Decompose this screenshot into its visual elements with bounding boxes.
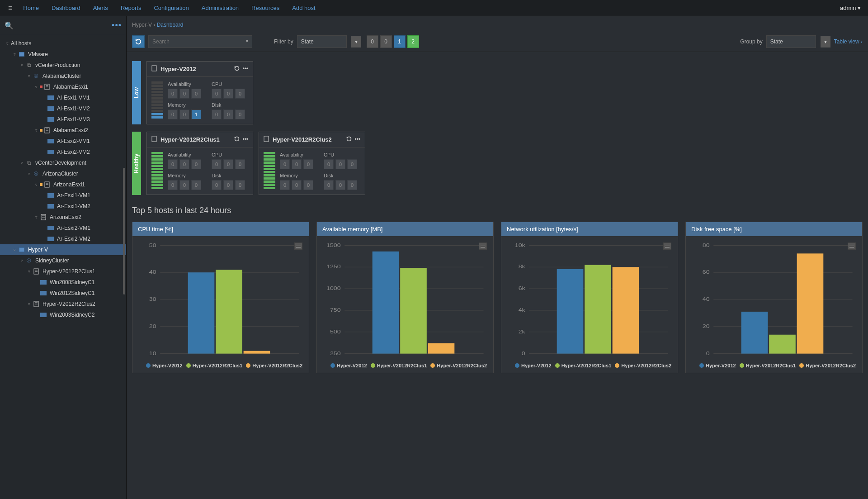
legend-item: Hyper-V2012	[515, 363, 552, 368]
breadcrumb-leaf[interactable]: Dashboard	[157, 22, 184, 28]
card-more-icon[interactable]: •••	[354, 136, 360, 143]
filter-select[interactable]: State	[297, 35, 347, 48]
filter-count-badge[interactable]: 2	[407, 35, 419, 48]
sidebar: 🔍 ••• ▿All hosts▿VMware▿⧉vCenterProducti…	[0, 16, 127, 499]
tree-item-arizonacluster[interactable]: ▿⦾ArizonaCluster	[0, 168, 126, 179]
svg-rect-32	[216, 270, 242, 353]
sidebar-scrollbar[interactable]	[123, 168, 125, 295]
svg-text:2k: 2k	[519, 329, 526, 335]
chart-menu-icon[interactable]	[294, 242, 302, 250]
menu-icon[interactable]: ≡	[4, 4, 17, 12]
chart-panel: Available memory [MB]2505007501000125015…	[316, 222, 494, 373]
svg-text:4k: 4k	[519, 308, 526, 313]
tree-item-ar-esxi1-vm2[interactable]: Ar-Esxi1-VM2	[0, 201, 126, 212]
nav-administration[interactable]: Administration	[195, 0, 245, 16]
filter-select-caret[interactable]: ▾	[351, 36, 361, 48]
tree-item-arizonaesxi2[interactable]: ▿ArizonaEsxi2	[0, 212, 126, 223]
tree-item-win2008sidneyc1[interactable]: Win2008SidneyC1	[0, 277, 126, 288]
chart-menu-icon[interactable]	[663, 242, 671, 250]
chart-plot: 250500750100012501500	[321, 241, 489, 358]
clear-search-icon[interactable]: ×	[245, 38, 249, 44]
group-select[interactable]: State	[766, 35, 816, 48]
charts-section-title: Top 5 hosts in last 24 hours	[132, 206, 863, 215]
card-more-icon[interactable]: •••	[242, 66, 248, 72]
nav-add-host[interactable]: Add host	[286, 0, 321, 16]
user-menu[interactable]: admin ▾	[840, 5, 864, 11]
filter-count-badge[interactable]: 1	[394, 35, 406, 48]
filter-count-badge[interactable]: 0	[380, 35, 392, 48]
card-refresh-icon[interactable]	[346, 136, 352, 143]
nav-configuration[interactable]: Configuration	[147, 0, 195, 16]
chart-legend: Hyper-V2012Hyper-V2012R2Clus1Hyper-V2012…	[317, 361, 493, 373]
tree-item-alabamaesxi1[interactable]: ▿AlabamaEsxi1	[0, 81, 126, 92]
host-card[interactable]: Hyper-V2012R2Clus2•••Availability000CPU0…	[259, 132, 365, 195]
svg-text:750: 750	[330, 308, 341, 313]
tree-item-hyper-v2012r2clus1[interactable]: ▿Hyper-V2012R2Clus1	[0, 266, 126, 277]
tree-item-al-esxi1-vm1[interactable]: Al-Esxi1-VM1	[0, 92, 126, 103]
status-row-low: LowHyper-V2012•••Availability000CPU000Me…	[132, 61, 863, 124]
search-icon[interactable]: 🔍	[5, 21, 14, 30]
card-more-icon[interactable]: •••	[242, 136, 248, 143]
breadcrumb-root[interactable]: Hyper-V	[132, 22, 152, 28]
card-refresh-icon[interactable]	[234, 136, 240, 143]
tree-item-alabamacluster[interactable]: ▿⦾AlabamaCluster	[0, 71, 126, 81]
svg-rect-47	[400, 268, 427, 353]
tree-item-ar-esxi2-vm1[interactable]: Ar-Esxi2-VM1	[0, 223, 126, 233]
metrics-grid: Availability000CPU000Memory000Disk000	[280, 152, 360, 190]
toolbar: × Filter by State ▾ 0012 Group by State …	[127, 32, 868, 52]
filter-count-badge[interactable]: 0	[367, 35, 378, 48]
tree-item-vmware[interactable]: ▿VMware	[0, 49, 126, 60]
svg-rect-74	[741, 312, 768, 354]
tree-item-hyper-v2012r2clus2[interactable]: ▿Hyper-V2012R2Clus2	[0, 299, 126, 309]
tree-item-vcenterproduction[interactable]: ▿⧉vCenterProduction	[0, 60, 126, 71]
legend-item: Hyper-V2012R2Clus2	[615, 363, 671, 368]
chart-menu-icon[interactable]	[848, 242, 856, 250]
tree-root[interactable]: ▿All hosts	[0, 38, 126, 49]
filter-by-label: Filter by	[274, 38, 293, 45]
chart-plot: 1020304050	[137, 241, 304, 358]
svg-text:250: 250	[330, 351, 341, 356]
nav-alerts[interactable]: Alerts	[87, 0, 114, 16]
tree-item-alabamaesxi2[interactable]: ▿AlabamaEsxi2	[0, 125, 126, 136]
tree-item-win2003sidneyc2[interactable]: Win2003SidneyC2	[0, 309, 126, 320]
search-input[interactable]	[148, 35, 252, 48]
nav-reports[interactable]: Reports	[114, 0, 148, 16]
tree-item-al-esxi2-vm2[interactable]: Al-Esxi2-VM2	[0, 147, 126, 157]
tree-item-al-esxi1-vm2[interactable]: Al-Esxi1-VM2	[0, 103, 126, 114]
legend-item: Hyper-V2012	[146, 363, 183, 368]
svg-rect-62	[585, 265, 611, 353]
charts-section: Top 5 hosts in last 24 hours CPU time [%…	[127, 206, 868, 373]
tree-item-sidneycluster[interactable]: ▿⦾SidneyCluster	[0, 255, 126, 266]
tree-item-arizonaesxi1[interactable]: ▿ArizonaEsxi1	[0, 179, 126, 190]
host-card[interactable]: Hyper-V2012•••Availability000CPU000Memor…	[146, 61, 253, 124]
legend-item: Hyper-V2012R2Clus1	[186, 363, 243, 368]
mini-bars	[264, 152, 275, 190]
refresh-button[interactable]	[132, 35, 145, 48]
group-select-caret[interactable]: ▾	[821, 36, 830, 48]
tree-item-al-esxi1-vm3[interactable]: Al-Esxi1-VM3	[0, 114, 126, 125]
nav-resources[interactable]: Resources	[245, 0, 286, 16]
search-input-wrap: ×	[148, 35, 252, 48]
tree-item-hyper-v[interactable]: ▿Hyper-V	[0, 244, 126, 255]
tree-item-vcenterdevelopment[interactable]: ▿⧉vCenterDevelopment	[0, 157, 126, 168]
nav-home[interactable]: Home	[17, 0, 45, 16]
tree-item-ar-esxi2-vm2[interactable]: Ar-Esxi2-VM2	[0, 233, 126, 244]
charts-row: CPU time [%]1020304050Hyper-V2012Hyper-V…	[132, 222, 863, 373]
host-card-name: Hyper-V2012R2Clus1	[160, 136, 220, 143]
svg-text:1250: 1250	[326, 264, 341, 270]
host-card[interactable]: Hyper-V2012R2Clus1•••Availability000CPU0…	[146, 132, 253, 195]
nav-dashboard[interactable]: Dashboard	[45, 0, 87, 16]
tree-item-win2012sidneyc1[interactable]: Win2012SidneyC1	[0, 288, 126, 299]
tree-item-ar-esxi1-vm1[interactable]: Ar-Esxi1-VM1	[0, 190, 126, 201]
svg-text:1500: 1500	[326, 242, 341, 248]
host-icon	[151, 65, 157, 73]
chart-menu-icon[interactable]	[479, 242, 487, 250]
filter-counts: 0012	[365, 35, 419, 48]
sidebar-more-icon[interactable]: •••	[112, 21, 122, 30]
card-refresh-icon[interactable]	[234, 66, 240, 72]
tree-item-al-esxi2-vm1[interactable]: Al-Esxi2-VM1	[0, 136, 126, 147]
legend-item: Hyper-V2012R2Clus2	[799, 363, 856, 368]
host-cards-area: LowHyper-V2012•••Availability000CPU000Me…	[127, 61, 868, 195]
table-view-link[interactable]: Table view ›	[834, 38, 863, 45]
svg-text:40: 40	[703, 297, 710, 302]
